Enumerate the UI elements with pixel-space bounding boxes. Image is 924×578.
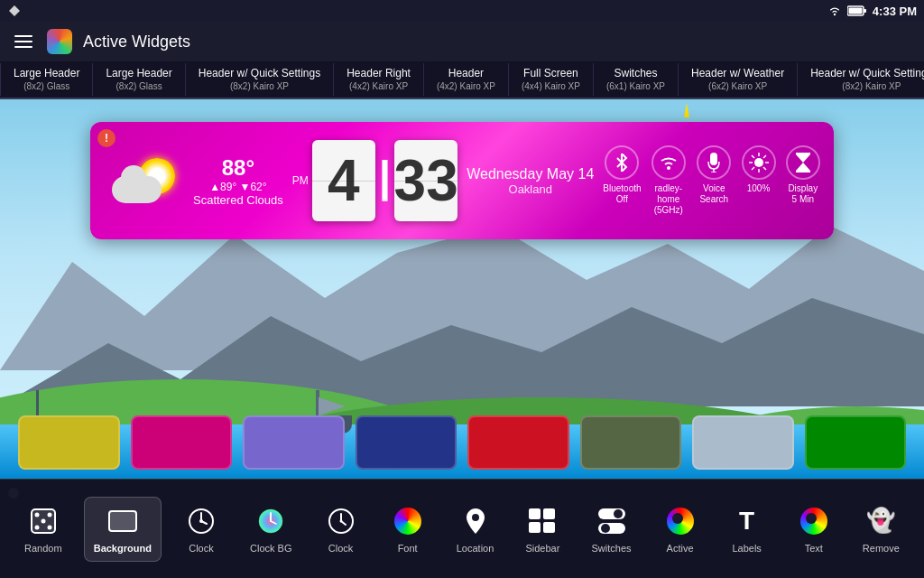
svg-point-28 [41, 518, 45, 523]
toolbar-item-switches[interactable]: Switches [582, 498, 640, 561]
app-icon [47, 29, 72, 54]
widget-panel: ! 88° ▲89° ▼62° Scattered Clouds PM 4 | … [90, 122, 834, 239]
svg-rect-52 [529, 522, 541, 533]
toolbar-item-clock2[interactable]: Clock [314, 498, 368, 561]
brightness-symbol [749, 153, 769, 172]
wifi-status-icon [827, 5, 842, 17]
active-palette-icon [664, 505, 697, 537]
switches-svg [598, 508, 625, 534]
bluetooth-icon [605, 145, 639, 180]
labels-label: Labels [732, 543, 761, 554]
status-bar: 4:33 PM [0, 0, 924, 22]
battery-status-icon [847, 5, 867, 16]
toggle-display[interactable]: Display 5 Min [785, 145, 821, 205]
status-right-icons: 4:33 PM [827, 5, 917, 18]
color-swatch-1[interactable] [131, 415, 233, 470]
svg-point-55 [614, 509, 623, 518]
random-label: Random [24, 543, 62, 554]
toolbar-item-font[interactable]: Font [381, 498, 435, 561]
wifi-icon [651, 145, 686, 180]
widget-tabs-strip[interactable]: Large Header(8x2) GlassLarge Header(8x2)… [0, 61, 924, 99]
text-palette-icon [798, 505, 830, 537]
widget-tab-4[interactable]: Header(4x2) Kairo XP [424, 63, 509, 97]
clock-colon: | [379, 155, 391, 199]
clock-svg [188, 508, 215, 535]
clock-hour: 4 [312, 140, 375, 221]
labels-icon: T [731, 505, 763, 537]
svg-point-12 [667, 166, 670, 170]
clock2-svg [328, 508, 355, 535]
location-label: Location [457, 543, 494, 554]
toolbar-item-location[interactable]: Location [448, 498, 504, 561]
toggle-brightness[interactable]: 100% [742, 145, 776, 194]
date-day: Wednesday May 14 [467, 166, 594, 182]
toggle-voice[interactable]: Voice Search [696, 145, 732, 205]
wifi-symbol [659, 155, 679, 170]
display-label: Display 5 Min [785, 183, 821, 205]
weather-temp: 88° [193, 155, 283, 181]
widget-tab-0[interactable]: Large Header(8x2) Glass [0, 63, 93, 97]
clock-bg-icon [254, 505, 287, 537]
svg-point-29 [47, 525, 51, 529]
toolbar-item-random[interactable]: Random [15, 498, 71, 561]
svg-point-16 [754, 158, 763, 167]
background-icon [106, 505, 139, 537]
svg-line-23 [763, 155, 766, 158]
weather-high: ▲89° [209, 181, 236, 193]
status-left-icons [7, 4, 22, 18]
font-label: Font [398, 543, 418, 554]
toolbar-item-background[interactable]: Background [84, 497, 162, 562]
android-icon [7, 4, 22, 18]
app-title: Active Widgets [83, 33, 190, 51]
svg-point-27 [34, 512, 39, 517]
svg-marker-25 [796, 153, 810, 172]
location-icon [459, 505, 492, 537]
widget-tab-7[interactable]: Header w/ Weather(6x2) Kairo XP [679, 63, 798, 97]
toolbar-item-text[interactable]: Text [787, 498, 841, 561]
top-bar: Active Widgets [0, 22, 924, 61]
bluetooth-label: Bluetooth Off [603, 183, 641, 205]
clock2-icon [325, 505, 357, 537]
toggle-bluetooth[interactable]: Bluetooth Off [603, 145, 641, 205]
hourglass-symbol [795, 153, 811, 172]
remove-label: Remove [863, 543, 900, 554]
toolbar-item-labels[interactable]: T Labels [720, 498, 774, 561]
color-swatch-4[interactable] [467, 415, 569, 470]
toolbar-item-active[interactable]: Active [653, 498, 707, 561]
toggle-wifi[interactable]: radley-home (5GHz) [651, 145, 687, 216]
date-location: Oakland [467, 182, 594, 196]
widget-tab-2[interactable]: Header w/ Quick Settings(8x2) Kairo XP [186, 63, 334, 97]
toolbar-item-clock-bg[interactable]: Clock BG [241, 498, 300, 561]
svg-line-24 [752, 167, 754, 170]
color-swatch-3[interactable] [356, 415, 457, 470]
weather-low: ▼62° [240, 181, 267, 193]
weather-icon-area [103, 158, 184, 203]
switches-label: Switches [591, 543, 631, 554]
widget-tab-8[interactable]: Header w/ Quick Settings(8x2) Kairo XP [798, 63, 924, 97]
color-swatch-2[interactable] [243, 415, 345, 470]
bottom-toolbar: Random Background Clock [0, 479, 924, 578]
svg-point-1 [834, 14, 836, 15]
sidebar-icon [526, 505, 559, 537]
toolbar-item-sidebar[interactable]: Sidebar [515, 498, 569, 561]
svg-rect-50 [529, 508, 541, 519]
svg-point-57 [601, 524, 610, 533]
widget-tab-5[interactable]: Full Screen(4x4) Kairo XP [509, 63, 594, 97]
background-label: Background [94, 543, 152, 554]
menu-icon[interactable] [11, 32, 36, 51]
svg-line-21 [752, 155, 754, 158]
color-swatch-0[interactable] [18, 415, 120, 470]
color-swatch-5[interactable] [580, 415, 682, 470]
brightness-label: 100% [747, 183, 771, 194]
widget-tab-1[interactable]: Large Header(8x2) Glass [93, 63, 185, 97]
widget-tab-6[interactable]: Switches(6x1) Kairo XP [594, 63, 679, 97]
toolbar-item-clock[interactable]: Clock [174, 498, 228, 561]
widget-tab-3[interactable]: Header Right(4x2) Kairo XP [334, 63, 424, 97]
svg-rect-32 [109, 511, 136, 531]
display-timer-icon [786, 145, 820, 180]
ghost-emoji: 👻 [866, 507, 895, 535]
color-swatch-7[interactable] [805, 415, 907, 470]
color-swatch-6[interactable] [692, 415, 794, 470]
voice-label: Voice Search [696, 183, 732, 205]
toolbar-item-remove[interactable]: 👻 Remove [854, 498, 909, 561]
